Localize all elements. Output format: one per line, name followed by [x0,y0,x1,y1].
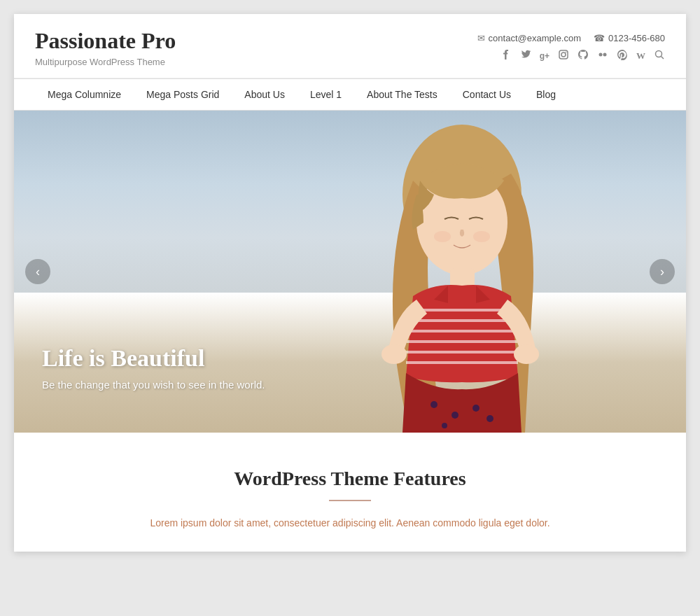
hero-slider: ‹ › Life is Beautiful Be the change that… [14,111,686,433]
svg-point-2 [566,51,567,52]
phone-contact: ☎ 0123-456-680 [594,33,665,43]
svg-rect-0 [559,50,568,59]
svg-point-14 [430,401,438,408]
svg-point-10 [473,231,490,242]
nav-item-about-us: About Us [232,79,298,110]
nav-item-contact-us: Contact Us [450,79,524,110]
pinterest-link[interactable] [617,49,628,63]
svg-point-1 [561,52,566,57]
nav-item-about-tests: About The Tests [354,79,450,110]
header-right: ✉ contact@example.com ☎ 0123-456-680 g+ [477,33,665,63]
nav-item-blog: Blog [524,79,568,110]
nav-link-mega-columnize[interactable]: Mega Columnize [35,79,134,110]
nav-link-mega-posts-grid[interactable]: Mega Posts Grid [134,79,232,110]
features-divider [329,500,371,501]
svg-point-18 [442,423,447,428]
email-text: contact@example.com [489,33,581,43]
search-link[interactable] [654,49,665,63]
features-section: WordPress Theme Features Lorem ipsum dol… [14,433,686,552]
contact-info: ✉ contact@example.com ☎ 0123-456-680 [477,33,665,43]
hero-subtitle: Be the change that you wish to see in th… [42,379,265,391]
nav-item-mega-posts-grid: Mega Posts Grid [134,79,232,110]
svg-point-4 [603,52,607,56]
slider-next-button[interactable]: › [650,259,675,284]
site-title: Passionate Pro [35,28,176,54]
site-header: Passionate Pro Multipurpose WordPress Th… [14,14,686,78]
features-heading: WordPress Theme Features [35,468,665,490]
nav-link-level1[interactable]: Level 1 [298,79,354,110]
slider-prev-button[interactable]: ‹ [25,259,50,284]
nav-item-mega-columnize: Mega Columnize [35,79,134,110]
hero-portrait [280,111,630,433]
svg-point-13 [514,344,539,364]
nav-item-level1: Level 1 [298,79,354,110]
twitter-link[interactable] [520,49,531,63]
nav-link-blog[interactable]: Blog [524,79,568,110]
github-link[interactable] [578,49,589,63]
hero-title: Life is Beautiful [42,345,265,372]
nav-menu: Mega Columnize Mega Posts Grid About Us … [35,79,665,110]
svg-point-5 [656,50,662,57]
site-branding: Passionate Pro Multipurpose WordPress Th… [35,28,176,67]
site-nav: Mega Columnize Mega Posts Grid About Us … [14,78,686,111]
page-wrapper: Passionate Pro Multipurpose WordPress Th… [14,14,686,552]
phone-text: 0123-456-680 [608,33,665,43]
hero-caption: Life is Beautiful Be the change that you… [42,345,265,391]
googleplus-link[interactable]: g+ [540,51,550,61]
flickr-link[interactable] [597,49,608,63]
nav-link-about-tests[interactable]: About The Tests [354,79,450,110]
svg-point-17 [486,415,493,422]
social-icons: g+ W [500,49,665,63]
email-contact: ✉ contact@example.com [477,33,581,43]
svg-point-9 [434,231,451,242]
features-body: Lorem ipsum dolor sit amet, consectetuer… [105,515,595,531]
facebook-link[interactable] [500,49,512,63]
svg-point-12 [382,344,407,364]
nav-link-contact-us[interactable]: Contact Us [450,79,524,110]
wordpress-link[interactable]: W [636,50,645,62]
nav-link-about-us[interactable]: About Us [232,79,298,110]
svg-point-3 [599,52,603,56]
svg-point-16 [472,405,479,412]
svg-point-15 [451,412,458,419]
site-tagline: Multipurpose WordPress Theme [35,57,176,67]
svg-line-6 [662,56,664,59]
instagram-link[interactable] [558,49,569,63]
phone-icon: ☎ [594,33,605,43]
email-icon: ✉ [477,33,485,43]
